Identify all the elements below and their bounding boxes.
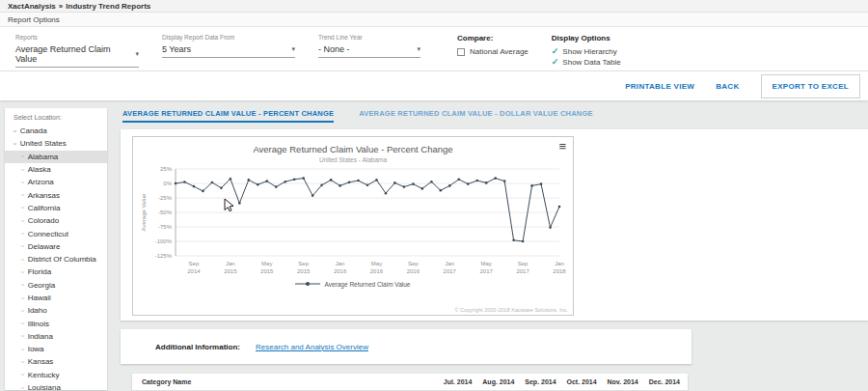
tree-item-arkansas[interactable]: ›Arkansas [5, 188, 107, 201]
tab-average-returned-claim-value-dollar-value-change[interactable]: AVERAGE RETURNED CLAIM VALUE - DOLLAR VA… [359, 109, 593, 123]
legend-marker-icon [295, 280, 320, 288]
printable-view-button[interactable]: PRINTABLE VIEW [625, 82, 694, 91]
tree-item-arizona[interactable]: ›Arizona [5, 176, 107, 188]
tree-item-alabama[interactable]: ›Alabama [5, 151, 107, 163]
table-header-row: Category NameJul. 2014Aug. 2014Sep. 2014… [132, 374, 688, 391]
chevron-icon[interactable]: › [18, 386, 26, 389]
chevron-icon[interactable]: › [18, 233, 26, 236]
tree-item-label: Delaware [28, 242, 61, 251]
chevron-icon[interactable]: › [18, 181, 26, 183]
tree-item-california[interactable]: ›California [5, 202, 107, 214]
reports-dropdown[interactable]: Reports Average Returned Claim Value ▾ [15, 34, 139, 68]
chevron-icon[interactable]: › [18, 155, 26, 158]
tree-item-label: Georgia [28, 281, 55, 290]
select-location-label: Select Location: [5, 112, 107, 125]
tree-item-delaware[interactable]: ›Delaware [5, 240, 107, 253]
chevron-icon[interactable]: › [18, 374, 26, 377]
tree-item-colorado[interactable]: ›Colorado [5, 214, 107, 227]
svg-text:2016: 2016 [334, 268, 347, 274]
location-sidebar: Select Location: ›Canada›United States›A… [5, 108, 107, 390]
chart-plot[interactable]: 25%0%-25%-50%-75%-100%-125%Sep2014Jan201… [139, 164, 567, 282]
chart-subtitle: United States - Alabama [133, 156, 573, 163]
tree-item-florida[interactable]: ›Florida [5, 265, 107, 278]
chevron-icon[interactable]: › [18, 361, 26, 364]
tree-item-label: Canada [20, 126, 47, 135]
svg-text:Sep: Sep [298, 261, 309, 266]
main-area: AVERAGE RETURNED CLAIM VALUE - PERCENT C… [121, 108, 868, 390]
tab-average-returned-claim-value-percent-change[interactable]: AVERAGE RETURNED CLAIM VALUE - PERCENT C… [122, 109, 334, 123]
tree-item-canada[interactable]: ›Canada [5, 125, 107, 137]
content: Select Location: ›Canada›United States›A… [0, 100, 868, 390]
chevron-icon[interactable]: › [18, 335, 26, 338]
tree-item-kentucky[interactable]: ›Kentucky [5, 369, 107, 381]
chevron-icon[interactable]: › [18, 284, 26, 287]
tree-item-label: Alabama [28, 153, 59, 161]
chevron-icon[interactable]: › [11, 143, 18, 146]
tree-item-hawaii[interactable]: ›Hawaii [5, 292, 107, 304]
tree-item-label: Iowa [28, 345, 44, 353]
svg-text:-75%: -75% [158, 224, 173, 230]
chevron-icon[interactable]: › [18, 194, 26, 197]
chevron-icon[interactable]: › [18, 348, 26, 350]
display-option-show-hierarchy[interactable]: ✓Show Hierarchy [552, 47, 621, 56]
chevron-icon[interactable]: › [18, 245, 26, 248]
chevron-icon[interactable]: › [18, 309, 26, 312]
tree-item-kansas[interactable]: ›Kansas [5, 355, 107, 368]
location-tree: ›Canada›United States›Alabama›Alaska›Ari… [5, 125, 107, 390]
svg-text:2014: 2014 [187, 268, 201, 274]
tree-item-georgia[interactable]: ›Georgia [5, 279, 107, 292]
tree-item-label: Kentucky [28, 371, 60, 379]
back-button[interactable]: BACK [716, 82, 739, 91]
national-average-label: National Average [470, 47, 529, 56]
chevron-icon[interactable]: › [18, 271, 26, 274]
chart-legend[interactable]: Average Returned Claim Value [133, 280, 573, 288]
chevron-icon[interactable]: › [18, 296, 26, 299]
tree-item-label: California [28, 204, 61, 212]
svg-text:2016: 2016 [407, 268, 420, 274]
svg-text:Sep: Sep [189, 261, 200, 266]
tree-item-label: Idaho [28, 306, 47, 315]
svg-text:May: May [371, 261, 382, 266]
chevron-icon[interactable]: › [18, 207, 26, 209]
svg-text:Jan: Jan [336, 261, 345, 266]
chart-menu-icon[interactable]: ≡ [558, 139, 566, 154]
report-options-header[interactable]: Report Options [0, 13, 868, 27]
check-icon: ✓ [552, 47, 559, 56]
tree-item-label: Florida [28, 267, 51, 276]
chevron-icon[interactable]: › [11, 129, 18, 132]
svg-text:2015: 2015 [260, 268, 274, 274]
tree-item-alaska[interactable]: ›Alaska [5, 163, 107, 176]
compare-label: Compare: [457, 34, 529, 42]
chevron-down-icon: ▾ [417, 45, 420, 53]
chevron-icon[interactable]: › [18, 168, 26, 171]
display-option-show-data-table[interactable]: ✓Show Data Table [552, 58, 621, 67]
chevron-down-icon: ▾ [135, 50, 139, 58]
tree-item-indiana[interactable]: ›Indiana [5, 330, 107, 343]
trend-line-year-dropdown[interactable]: Trend Line Year - None - ▾ [318, 34, 420, 58]
tree-item-iowa[interactable]: ›Iowa [5, 343, 107, 355]
export-to-excel-button[interactable]: EXPORT TO EXCEL [761, 74, 860, 98]
tree-item-illinois[interactable]: ›Illinois [5, 317, 107, 329]
chevron-icon[interactable]: › [18, 219, 26, 222]
tree-item-label: District Of Columbia [28, 255, 96, 264]
data-table: Category NameJul. 2014Aug. 2014Sep. 2014… [132, 374, 688, 391]
data-from-value: 5 Years [162, 44, 191, 54]
additional-info-label: Additional Information: [155, 343, 240, 351]
tree-item-label: Illinois [28, 320, 49, 328]
chart-copyright: © Copyright 2000-2018 Xactware Solutions… [455, 307, 568, 313]
tree-item-idaho[interactable]: ›Idaho [5, 304, 107, 317]
breadcrumb-app[interactable]: XactAnalysis [8, 2, 56, 11]
display-option-label: Show Hierarchy [562, 47, 616, 56]
column-header-oct-2014: Oct. 2014 [564, 374, 605, 391]
national-average-checkbox[interactable]: National Average [457, 47, 529, 56]
chevron-icon[interactable]: › [18, 322, 26, 325]
data-from-dropdown[interactable]: Display Report Data From 5 Years ▾ [162, 34, 295, 58]
tree-item-connecticut[interactable]: ›Connecticut [5, 227, 107, 239]
chevron-icon[interactable]: › [18, 258, 26, 261]
tree-item-louisiana[interactable]: ›Louisiana [5, 381, 107, 390]
display-options-list: ✓Show Hierarchy✓Show Data Table [552, 47, 621, 67]
tree-item-united-states[interactable]: ›United States [5, 137, 107, 150]
svg-text:2016: 2016 [370, 268, 384, 274]
research-analysis-link[interactable]: Research and Analysis Overview [256, 343, 368, 351]
tree-item-district-of-columbia[interactable]: ›District Of Columbia [5, 253, 107, 265]
